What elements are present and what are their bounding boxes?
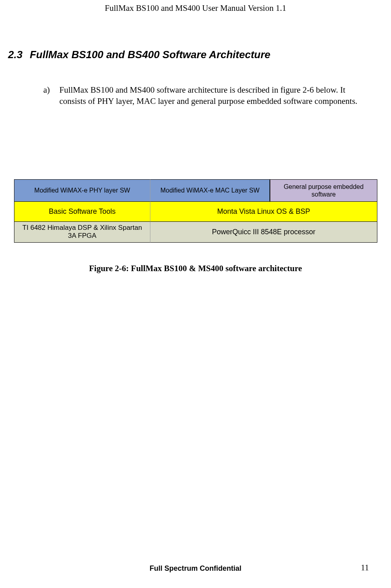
page-header: FullMax BS100 and MS400 User Manual Vers… xyxy=(0,0,391,13)
section-number: 2.3 xyxy=(8,49,22,61)
diagram-cell-dsp: TI 6482 Himalaya DSP & Xilinx Spartan 3A… xyxy=(14,222,150,243)
diagram-cell-embedded: General purpose embedded software xyxy=(270,179,377,202)
diagram-cell-os: Monta Vista Linux OS & BSP xyxy=(150,202,377,222)
list-item: a) FullMax BS100 and MS400 software arch… xyxy=(43,84,359,107)
diagram-row-3: TI 6482 Himalaya DSP & Xilinx Spartan 3A… xyxy=(14,222,377,243)
footer-confidential: Full Spectrum Confidential xyxy=(0,564,391,573)
diagram-cell-processor: PowerQuicc III 8548E processor xyxy=(150,222,377,243)
figure-caption: Figure 2-6: FullMax BS100 & MS400 softwa… xyxy=(0,264,391,274)
section-heading: 2.3FullMax BS100 and BS400 Software Arch… xyxy=(0,49,391,61)
header-title: FullMax BS100 and MS400 User Manual Vers… xyxy=(105,3,286,13)
diagram-row-2: Basic Software Tools Monta Vista Linux O… xyxy=(14,202,377,222)
diagram-cell-mac: Modified WiMAX-e MAC Layer SW xyxy=(150,179,270,202)
list-marker: a) xyxy=(43,84,59,107)
diagram-cell-phy: Modified WiMAX-e PHY layer SW xyxy=(14,179,150,202)
architecture-diagram: Modified WiMAX-e PHY layer SW Modified W… xyxy=(14,179,377,243)
paragraph-text: FullMax BS100 and MS400 software archite… xyxy=(59,84,359,107)
body-content: a) FullMax BS100 and MS400 software arch… xyxy=(0,84,391,107)
page-number: 11 xyxy=(361,563,369,573)
section-title: FullMax BS100 and BS400 Software Archite… xyxy=(30,49,270,61)
diagram-row-1: Modified WiMAX-e PHY layer SW Modified W… xyxy=(14,179,377,202)
diagram-cell-tools: Basic Software Tools xyxy=(14,202,150,222)
page-footer: Full Spectrum Confidential 11 xyxy=(0,564,391,573)
